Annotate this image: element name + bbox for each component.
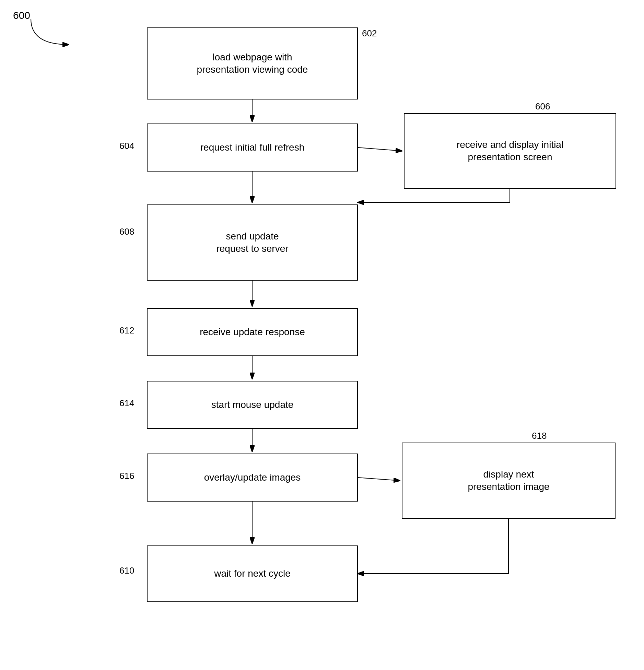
ref-608: 608 bbox=[119, 226, 134, 237]
ref-614: 614 bbox=[119, 398, 134, 409]
ref-616: 616 bbox=[119, 471, 134, 481]
ref-602: 602 bbox=[362, 28, 377, 39]
box-load-webpage: load webpage with presentation viewing c… bbox=[147, 27, 358, 99]
diagram-label: 600 bbox=[13, 10, 30, 21]
box-overlay-update: overlay/update images bbox=[147, 454, 358, 502]
box-receive-initial: receive and display initial presentation… bbox=[404, 113, 616, 189]
box-display-next: display next presentation image bbox=[402, 443, 616, 519]
box-receive-update: receive update response bbox=[147, 308, 358, 356]
ref-604: 604 bbox=[119, 141, 134, 151]
box-start-mouse: start mouse update bbox=[147, 381, 358, 429]
box-request-initial: request initial full refresh bbox=[147, 124, 358, 172]
ref-610: 610 bbox=[119, 565, 134, 576]
ref-618: 618 bbox=[532, 431, 547, 441]
svg-line-2 bbox=[358, 148, 402, 151]
flowchart-diagram: 600 load webpage with presentation viewi… bbox=[0, 0, 644, 670]
ref-606: 606 bbox=[535, 101, 550, 112]
ref-612: 612 bbox=[119, 325, 134, 336]
box-send-update: send update request to server bbox=[147, 204, 358, 281]
svg-line-7 bbox=[358, 478, 400, 481]
box-wait-next: wait for next cycle bbox=[147, 545, 358, 602]
